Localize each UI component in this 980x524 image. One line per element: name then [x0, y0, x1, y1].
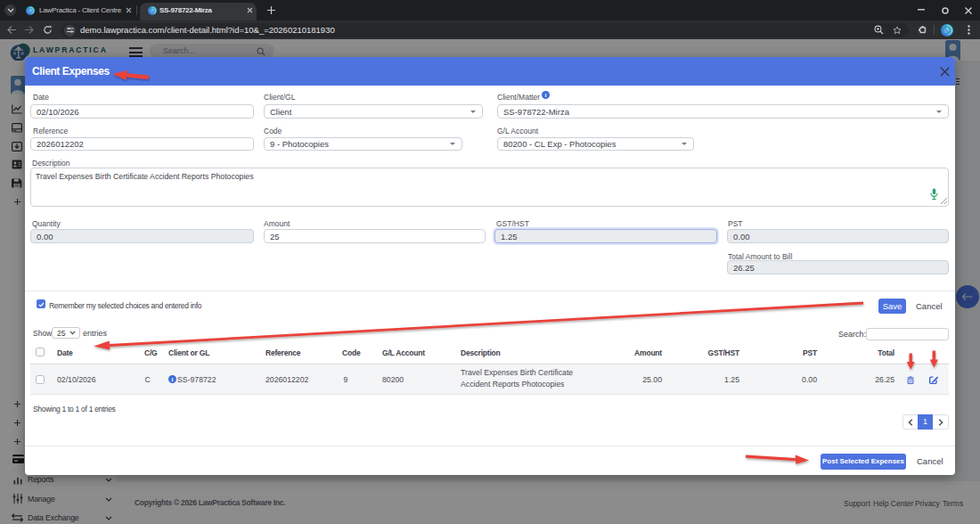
svg-text:i: i — [171, 376, 173, 383]
svg-text:i: i — [545, 92, 547, 99]
